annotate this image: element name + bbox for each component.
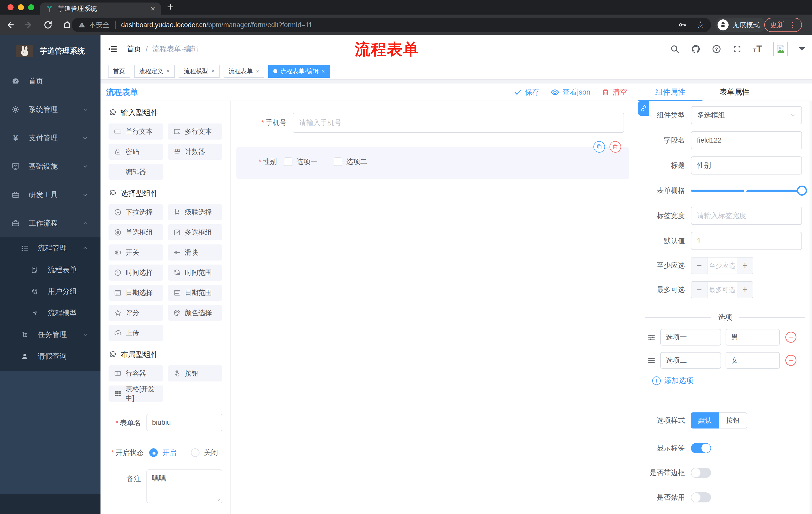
window-zoom-button[interactable] (28, 4, 34, 10)
title-input[interactable] (691, 156, 802, 174)
browser-tab[interactable]: 芋道管理系统 × (40, 2, 161, 15)
remove-option-button[interactable]: − (785, 332, 796, 343)
tag-close-icon[interactable]: × (256, 68, 259, 74)
style-default-button[interactable]: 默认 (691, 412, 719, 429)
copy-component-button[interactable] (593, 141, 605, 153)
minus-button[interactable]: − (691, 282, 707, 298)
field-name-input[interactable] (691, 131, 802, 150)
status-off-radio[interactable] (191, 449, 200, 457)
tag-process-model[interactable]: 流程模型 × (179, 64, 220, 78)
show-label-toggle[interactable] (691, 443, 711, 453)
forward-button[interactable] (24, 20, 34, 30)
tag-close-icon[interactable]: × (166, 68, 170, 74)
sidebar-item-workflow[interactable]: 工作流程 (0, 209, 100, 237)
palette-item-checkbox-group[interactable]: 多选框组 (168, 224, 223, 240)
tab-component-props[interactable]: 组件属性 (638, 83, 702, 101)
palette-item-password[interactable]: 密码 (109, 143, 163, 160)
add-option-button[interactable]: + 添加选项 (652, 376, 693, 386)
default-value-input[interactable] (691, 232, 802, 250)
github-icon[interactable] (691, 44, 701, 54)
palette-item-rate[interactable]: 评分 (109, 305, 163, 321)
grid-slider[interactable] (691, 182, 806, 200)
sidebar-item-devtools[interactable]: 研发工具 (0, 181, 100, 209)
drag-handle-icon[interactable] (647, 333, 656, 342)
palette-item-table[interactable]: 表格[开发中] (109, 385, 163, 402)
palette-item-slider[interactable]: 滑块 (168, 244, 223, 261)
form-remark-textarea[interactable]: 嘿嘿 (146, 469, 222, 503)
reload-button[interactable] (43, 20, 53, 30)
status-off-label[interactable]: 关闭 (204, 448, 218, 457)
delete-component-button[interactable] (609, 141, 621, 153)
palette-item-select[interactable]: 下拉选择 (109, 204, 163, 220)
tag-process-form[interactable]: 流程表单 × (224, 64, 264, 78)
component-type-select[interactable]: 多选框组 (691, 106, 802, 124)
option-value-input[interactable] (726, 329, 780, 346)
search-icon[interactable] (670, 44, 679, 54)
style-button-button[interactable]: 按钮 (719, 412, 747, 429)
tag-close-icon[interactable]: × (322, 68, 325, 74)
resize-handle[interactable] (216, 497, 221, 502)
clear-button[interactable]: 清空 (602, 87, 627, 97)
palette-item-cascader[interactable]: 级联选择 (168, 204, 223, 220)
window-close-button[interactable] (7, 4, 13, 10)
hamburger-icon[interactable] (107, 44, 118, 55)
option-label-input[interactable] (660, 352, 721, 369)
tag-close-icon[interactable]: × (211, 68, 214, 74)
palette-item-color-picker[interactable]: 颜色选择 (168, 305, 223, 321)
label-width-input[interactable] (691, 207, 802, 225)
fullscreen-icon[interactable] (732, 44, 742, 54)
gender-option2-label[interactable]: 选项二 (346, 157, 367, 166)
option-label-input[interactable] (660, 329, 721, 346)
view-json-button[interactable]: 查看json (550, 87, 590, 97)
palette-item-time-picker[interactable]: 时间选择 (109, 265, 163, 281)
palette-item-editor[interactable]: 编辑器 (109, 164, 163, 180)
font-size-icon[interactable]: TT (753, 44, 762, 55)
palette-item-single-text[interactable]: 单行文本 (109, 124, 163, 140)
drag-handle-icon[interactable] (647, 356, 656, 364)
caret-down-icon[interactable] (799, 47, 805, 51)
palette-item-upload[interactable]: 上传 (109, 325, 163, 341)
sidebar-item-system[interactable]: 系统管理 (0, 95, 100, 124)
bookmark-star-icon[interactable]: ☆ (696, 20, 704, 29)
help-icon[interactable]: ? (712, 44, 721, 54)
palette-item-date-range[interactable]: 日期范围 (168, 285, 223, 301)
palette-item-switch[interactable]: 开关 (109, 244, 163, 261)
border-toggle[interactable] (691, 468, 711, 478)
back-button[interactable] (5, 20, 14, 30)
status-on-radio[interactable] (149, 449, 158, 457)
tab-close-icon[interactable]: × (150, 4, 155, 12)
gender-option1-checkbox[interactable] (284, 157, 292, 166)
max-select-value[interactable]: 最多可选 (707, 282, 736, 298)
sidebar-item-process-model[interactable]: 流程模型 (0, 302, 100, 324)
plus-button[interactable]: + (736, 258, 753, 274)
palette-item-multi-text[interactable]: 多行文本 (168, 124, 223, 140)
breadcrumb-home[interactable]: 首页 (127, 44, 141, 54)
palette-item-date-picker[interactable]: 日期选择 (109, 285, 163, 301)
window-minimize-button[interactable] (18, 4, 24, 10)
sidebar-item-user-group[interactable]: 用户分组 (0, 281, 100, 302)
sidebar-logo[interactable]: 芋道管理系统 (0, 35, 100, 67)
sidebar-item-leave-query[interactable]: 请假查询 (0, 346, 100, 367)
security-chip[interactable]: 不安全 (78, 20, 110, 29)
status-on-label[interactable]: 开启 (162, 448, 176, 457)
sidebar-item-infra[interactable]: 基础设施 (0, 152, 100, 181)
palette-item-time-range[interactable]: 时间范围 (168, 265, 223, 281)
password-key-icon[interactable] (678, 21, 686, 29)
plus-button[interactable]: + (736, 282, 753, 298)
sidebar-item-home[interactable]: 首页 (0, 67, 100, 95)
minus-button[interactable]: − (691, 258, 707, 274)
remove-option-button[interactable]: − (785, 355, 796, 366)
home-button[interactable] (62, 20, 72, 30)
gender-option1-label[interactable]: 选项一 (296, 157, 318, 166)
sidebar-item-task-mgmt[interactable]: 任务管理 (0, 324, 100, 346)
address-bar[interactable]: 不安全 dashboard.yudao.iocoder.cn/bpm/manag… (71, 18, 711, 32)
min-select-value[interactable]: 至少应选 (707, 258, 736, 274)
tag-process-form-edit[interactable]: 流程表单-编辑 × (268, 64, 330, 78)
tag-home[interactable]: 首页 (108, 64, 130, 78)
selected-component-gender[interactable]: *性别 选项一 选项二 (236, 147, 629, 179)
palette-item-button[interactable]: 按钮 (168, 366, 223, 381)
tab-form-props[interactable]: 表单属性 (702, 83, 767, 101)
browser-menu-icon[interactable]: ⋮ (789, 21, 796, 29)
avatar[interactable] (773, 42, 788, 56)
palette-item-counter[interactable]: 123 计数器 (168, 143, 223, 160)
